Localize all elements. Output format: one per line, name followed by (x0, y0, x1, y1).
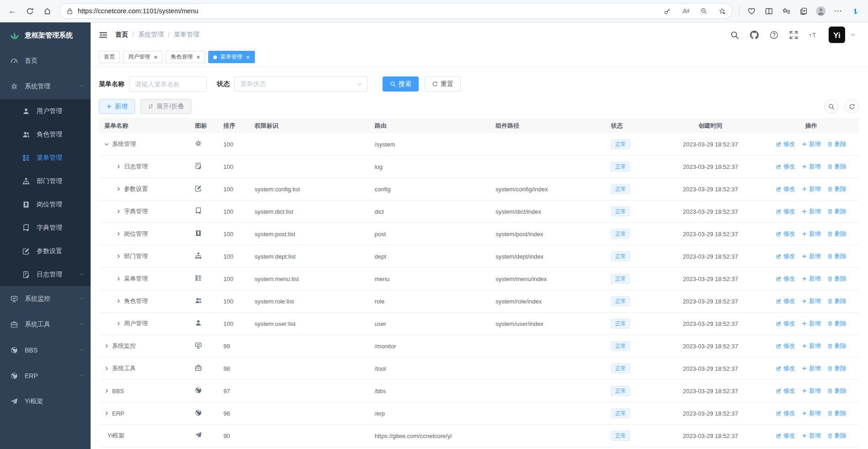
sidebar-item-菜单管理[interactable]: 菜单管理 (0, 146, 91, 169)
add-action[interactable]: 新增 (802, 162, 821, 171)
chevron-down-icon[interactable] (851, 32, 855, 37)
sidebar-item-参数设置[interactable]: 参数设置 (0, 239, 91, 263)
expand-toggle[interactable] (116, 253, 121, 260)
edit-action[interactable]: 修改 (776, 409, 795, 417)
breadcrumb-item[interactable]: 系统管理 (138, 31, 164, 39)
delete-action[interactable]: 删除 (827, 342, 846, 350)
tab-用户管理[interactable]: 用户管理× (123, 51, 162, 63)
expand-toggle[interactable] (116, 276, 121, 282)
expand-toggle[interactable] (116, 186, 121, 193)
add-action[interactable]: 新增 (802, 185, 821, 193)
close-icon[interactable]: × (246, 54, 249, 60)
edit-action[interactable]: 修改 (776, 207, 795, 216)
sidebar-item-用户管理[interactable]: 用户管理 (0, 99, 91, 123)
sidebar-item-系统监控[interactable]: 系统监控 (0, 286, 91, 312)
delete-action[interactable]: 删除 (827, 297, 846, 305)
tab-菜单管理[interactable]: 菜单管理× (208, 51, 254, 63)
edit-action[interactable]: 修改 (776, 432, 795, 440)
edit-action[interactable]: 修改 (776, 387, 795, 395)
breadcrumb-item[interactable]: 首页 (115, 31, 128, 39)
sidebar-item-部门管理[interactable]: 部门管理 (0, 169, 91, 193)
expand-toggle[interactable] (104, 141, 109, 148)
edit-action[interactable]: 修改 (776, 185, 795, 193)
font-size-icon[interactable]: TT (809, 31, 818, 39)
expand-toggle[interactable] (104, 388, 109, 395)
add-action[interactable]: 新增 (802, 252, 821, 260)
add-action[interactable]: 新增 (802, 140, 821, 148)
delete-action[interactable]: 删除 (827, 140, 846, 148)
add-favorite-icon[interactable] (715, 4, 729, 18)
close-icon[interactable]: × (154, 54, 157, 60)
github-icon[interactable] (750, 31, 759, 39)
reload-button[interactable] (22, 3, 38, 19)
status-select[interactable]: 菜单状态 (234, 76, 368, 92)
delete-action[interactable]: 删除 (827, 207, 846, 216)
split-screen-button[interactable] (761, 3, 776, 19)
sidebar-item-角色管理[interactable]: 角色管理 (0, 123, 91, 146)
tab-首页[interactable]: 首页 (99, 51, 120, 63)
delete-action[interactable]: 删除 (827, 275, 846, 283)
lock-icon[interactable] (66, 8, 73, 15)
expand-toggle[interactable] (116, 208, 121, 215)
menu-name-input[interactable] (129, 76, 207, 92)
add-action[interactable]: 新增 (802, 342, 821, 350)
sidebar-item-BBS[interactable]: BBS (0, 337, 91, 363)
fullscreen-icon[interactable] (789, 31, 798, 39)
bing-chat-button[interactable] (848, 3, 863, 19)
expand-toggle[interactable] (116, 298, 121, 305)
url-text[interactable]: https://ccnetcore.com:1101/system/menu (78, 7, 656, 15)
add-action[interactable]: 新增 (802, 297, 821, 305)
edit-action[interactable]: 修改 (776, 162, 795, 171)
delete-action[interactable]: 删除 (827, 319, 846, 328)
sidebar-item-系统工具[interactable]: 系统工具 (0, 312, 91, 337)
edit-action[interactable]: 修改 (776, 297, 795, 305)
back-button[interactable]: ← (5, 3, 20, 19)
user-avatar-logo[interactable]: Yi (829, 27, 845, 43)
add-action[interactable]: 新增 (802, 275, 821, 283)
key-icon[interactable] (660, 4, 674, 18)
profile-button[interactable] (813, 3, 829, 19)
reset-button[interactable]: 重置 (425, 76, 461, 92)
add-action[interactable]: 新增 (802, 364, 821, 373)
zoom-out-icon[interactable] (697, 4, 711, 18)
sidebar-item-系统管理[interactable]: 系统管理 (0, 74, 91, 99)
edit-action[interactable]: 修改 (776, 140, 795, 148)
expand-toggle[interactable] (104, 410, 109, 417)
expand-collapse-button[interactable]: 展开/折叠 (140, 99, 191, 114)
favorites-button[interactable] (778, 3, 794, 19)
sidebar-item-首页[interactable]: 首页 (0, 48, 91, 74)
tab-角色管理[interactable]: 角色管理× (166, 51, 205, 63)
collections-button[interactable] (796, 3, 811, 19)
home-button[interactable] (39, 3, 55, 19)
search-toggle-button[interactable] (824, 99, 838, 114)
edit-action[interactable]: 修改 (776, 252, 795, 260)
expand-toggle[interactable] (104, 343, 109, 350)
browser-essentials-button[interactable] (744, 3, 759, 19)
delete-action[interactable]: 删除 (827, 364, 846, 373)
expand-toggle[interactable] (116, 320, 121, 327)
expand-toggle[interactable] (116, 163, 121, 170)
expand-toggle[interactable] (116, 231, 121, 238)
sidebar-item-日志管理[interactable]: 日志管理 (0, 263, 91, 286)
delete-action[interactable]: 删除 (827, 387, 846, 395)
sidebar-item-岗位管理[interactable]: 岗位管理 (0, 193, 91, 216)
menu-fold-icon[interactable] (99, 31, 108, 39)
delete-action[interactable]: 删除 (827, 252, 846, 260)
expand-toggle[interactable] (104, 365, 109, 372)
edit-action[interactable]: 修改 (776, 230, 795, 238)
add-button[interactable]: 新增 (99, 99, 135, 114)
delete-action[interactable]: 删除 (827, 230, 846, 238)
delete-action[interactable]: 删除 (827, 162, 846, 171)
question-icon[interactable] (770, 31, 778, 39)
add-action[interactable]: 新增 (802, 387, 821, 395)
search-icon[interactable] (730, 31, 739, 39)
sidebar-item-字典管理[interactable]: 字典管理 (0, 216, 91, 239)
sidebar-item-ERP[interactable]: ERP (0, 363, 91, 389)
browser-more-button[interactable]: ⋯ (830, 3, 846, 19)
breadcrumb-item[interactable]: 菜单管理 (174, 31, 199, 39)
search-button[interactable]: 搜索 (383, 76, 419, 92)
refresh-table-button[interactable] (845, 99, 859, 114)
delete-action[interactable]: 删除 (827, 185, 846, 193)
edit-action[interactable]: 修改 (776, 275, 795, 283)
edit-action[interactable]: 修改 (776, 364, 795, 373)
